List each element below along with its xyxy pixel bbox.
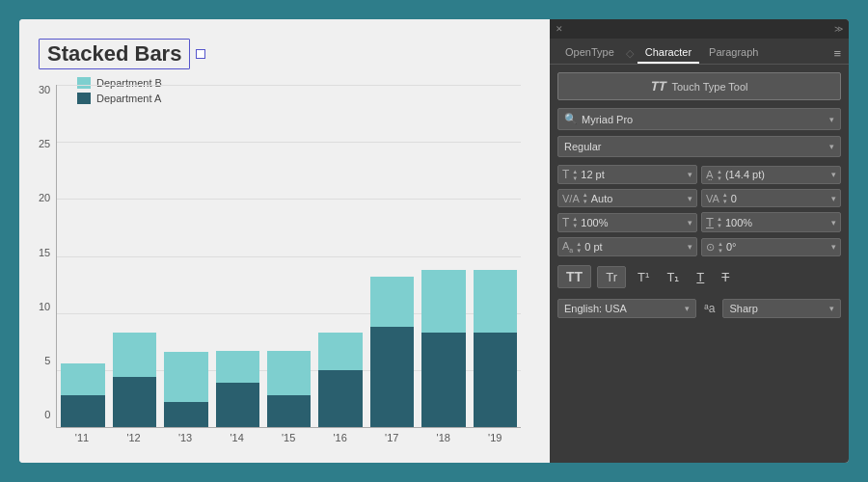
leading-down[interactable]: ▼	[717, 175, 722, 181]
antialiasing-value: Sharp	[729, 303, 826, 314]
bar-segment-b	[61, 363, 104, 395]
font-selector[interactable]: 🔍 Myriad Pro ▾	[557, 108, 841, 130]
tracking-up[interactable]: ▲	[722, 192, 728, 198]
font-name: Myriad Pro	[582, 114, 826, 125]
bar-segment-b	[216, 351, 259, 383]
scale-row: T ▲ ▼ 100% ▾ T ▲ ▼ 100% ▾	[557, 212, 841, 232]
bar-segment-a	[370, 327, 414, 427]
hscale-up[interactable]: ▲	[572, 216, 578, 222]
panel-body: 𝙏𝙏 Touch Type Tool 🔍 Myriad Pro ▾ Regula…	[550, 65, 849, 463]
tab-character[interactable]: Character	[637, 42, 699, 64]
baseline-up[interactable]: ▲	[576, 241, 582, 247]
bar-stack	[474, 270, 517, 427]
tracking-value: 0	[731, 193, 828, 204]
rotation-field[interactable]: ⊙ ▲ ▼ 0° ▾	[701, 238, 841, 256]
tab-separator: ◇	[626, 47, 634, 60]
typography-buttons-row: TT Tr T¹ T₁ T T	[557, 261, 841, 292]
kerning-tracking-row: V/A ▲ ▼ Auto ▾ VA ▲ ▼ 0 ▾	[557, 189, 841, 207]
v-scale-field[interactable]: T ▲ ▼ 100% ▾	[701, 212, 841, 232]
kerning-field[interactable]: V/A ▲ ▼ Auto ▾	[557, 189, 697, 207]
kerning-down[interactable]: ▼	[583, 199, 588, 204]
bar-group	[61, 363, 104, 427]
small-caps-button[interactable]: Tr	[597, 266, 626, 288]
hscale-spinners: ▲ ▼	[572, 216, 578, 228]
baseline-down[interactable]: ▼	[576, 248, 582, 254]
antialiasing-chevron: ▾	[829, 304, 834, 313]
bar-segment-a	[421, 333, 465, 427]
bar-segment-a	[216, 383, 259, 427]
baseline-icon: Aa	[562, 240, 573, 254]
panel-tabs: OpenType ◇ Character Paragraph ≡	[550, 39, 849, 65]
all-caps-label: TT	[566, 269, 583, 284]
bar-segment-b	[421, 270, 465, 333]
underline-button[interactable]: T	[691, 267, 710, 287]
bar-segment-b	[164, 352, 207, 402]
font-size-field[interactable]: T ▲ ▼ 12 pt ▾	[557, 165, 697, 184]
h-scale-icon: T	[562, 216, 569, 229]
leading-value: (14.4 pt)	[725, 169, 828, 180]
touch-type-icon: 𝙏𝙏	[650, 78, 665, 94]
x-axis-label: '16	[318, 432, 363, 443]
small-caps-label: Tr	[606, 270, 617, 284]
chart-panel: Stacked Bars Department B Department A 0…	[19, 19, 550, 463]
font-size-icon: T	[562, 168, 569, 181]
bar-segment-a	[474, 333, 517, 427]
bar-stack	[164, 352, 207, 427]
x-axis-label: '19	[474, 432, 518, 443]
strikethrough-button[interactable]: T	[716, 267, 735, 287]
bar-segment-a	[61, 395, 104, 427]
leading-field[interactable]: A̤ ▲ ▼ (14.4 pt) ▾	[701, 166, 841, 184]
title-resize-handle[interactable]	[196, 49, 205, 59]
panel-titlebar-left: ✕	[556, 24, 563, 34]
chart-title-wrapper: Stacked Bars	[39, 39, 521, 69]
bars-container	[56, 85, 521, 428]
antialiasing-selector[interactable]: Sharp ▾	[722, 299, 841, 318]
vscale-down[interactable]: ▼	[717, 223, 722, 228]
style-selector[interactable]: Regular ▾	[557, 136, 841, 157]
x-axis-label: '11	[60, 432, 104, 443]
baseline-field[interactable]: Aa ▲ ▼ 0 pt ▾	[557, 237, 697, 256]
bar-stack	[61, 363, 104, 427]
tab-opentype[interactable]: OpenType	[557, 42, 622, 64]
h-scale-field[interactable]: T ▲ ▼ 100% ▾	[557, 213, 697, 232]
superscript-button[interactable]: T¹	[632, 267, 655, 287]
leading-up[interactable]: ▲	[717, 169, 722, 174]
language-selector[interactable]: English: USA ▾	[557, 299, 696, 318]
bar-segment-b	[474, 270, 517, 333]
kerning-up[interactable]: ▲	[583, 192, 588, 198]
tab-paragraph[interactable]: Paragraph	[701, 42, 766, 64]
panel-collapse-button[interactable]: ≫	[834, 24, 843, 34]
all-caps-button[interactable]: TT	[557, 265, 591, 288]
kerning-value: Auto	[591, 193, 685, 204]
vscale-up[interactable]: ▲	[717, 216, 722, 222]
kerning-spinners: ▲ ▼	[583, 192, 588, 204]
bar-stack	[370, 277, 414, 427]
y-axis-label: 25	[39, 139, 50, 149]
size-spinners: ▲ ▼	[572, 169, 578, 181]
leading-icon: A̤	[706, 169, 714, 181]
tracking-icon: VA	[706, 193, 719, 204]
baseline-rotation-row: Aa ▲ ▼ 0 pt ▾ ⊙ ▲ ▼ 0° ▾	[557, 237, 841, 256]
x-axis-label: '18	[421, 432, 466, 443]
tracking-down[interactable]: ▼	[722, 199, 728, 204]
panel-titlebar: ✕ ≫	[550, 19, 849, 39]
tracking-chevron: ▾	[831, 194, 836, 203]
subscript-button[interactable]: T₁	[661, 267, 685, 287]
panel-menu-icon[interactable]: ≡	[833, 46, 841, 61]
size-down[interactable]: ▼	[572, 175, 578, 181]
v-scale-value: 100%	[725, 217, 828, 228]
rotation-up[interactable]: ▲	[718, 241, 723, 247]
panel-close-button[interactable]: ✕	[556, 24, 563, 34]
size-up[interactable]: ▲	[572, 169, 578, 174]
rotation-down[interactable]: ▼	[718, 248, 723, 254]
tracking-field[interactable]: VA ▲ ▼ 0 ▾	[701, 189, 841, 207]
rotation-value: 0°	[726, 241, 828, 253]
bar-stack	[113, 333, 156, 427]
style-chevron-icon: ▾	[829, 142, 834, 151]
hscale-down[interactable]: ▼	[572, 223, 578, 228]
baseline-chevron: ▾	[688, 242, 692, 252]
chart-title: Stacked Bars	[39, 39, 190, 69]
touch-type-button[interactable]: 𝙏𝙏 Touch Type Tool	[557, 72, 841, 100]
font-size-value: 12 pt	[581, 169, 685, 180]
language-value: English: USA	[564, 303, 681, 314]
